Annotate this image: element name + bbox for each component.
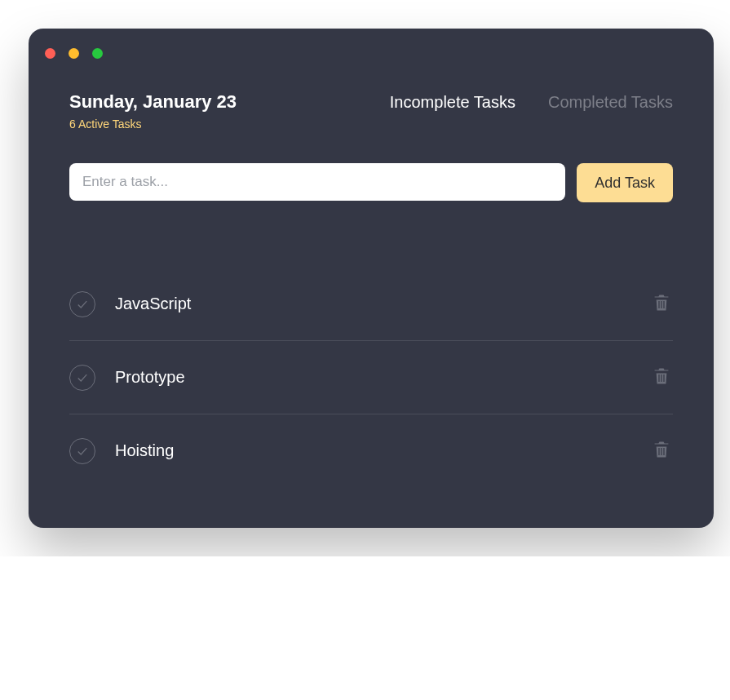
trash-icon: [653, 441, 670, 459]
task-row: JavaScript: [69, 268, 673, 341]
delete-task-button[interactable]: [650, 290, 673, 317]
check-icon: [77, 299, 88, 310]
check-icon: [77, 445, 88, 457]
task-label: Hoisting: [115, 441, 650, 460]
trash-icon: [653, 294, 670, 312]
minimize-window-button[interactable]: [69, 48, 79, 59]
header-left: Sunday, January 23 6 Active Tasks: [69, 91, 237, 131]
task-input[interactable]: [69, 163, 565, 201]
task-list: JavaScript Prototype Hoisting: [69, 268, 673, 487]
window-controls: [45, 48, 673, 59]
header: Sunday, January 23 6 Active Tasks Incomp…: [69, 91, 673, 131]
task-checkbox[interactable]: [69, 438, 95, 464]
check-icon: [77, 372, 88, 383]
active-tasks-count: 6 Active Tasks: [69, 117, 237, 131]
tabs: Incomplete Tasks Completed Tasks: [390, 91, 673, 112]
maximize-window-button[interactable]: [92, 48, 103, 59]
date-heading: Sunday, January 23: [69, 91, 237, 113]
tab-completed[interactable]: Completed Tasks: [548, 93, 673, 112]
task-label: Prototype: [115, 368, 650, 387]
delete-task-button[interactable]: [650, 364, 673, 391]
delete-task-button[interactable]: [650, 437, 673, 464]
app-window: Sunday, January 23 6 Active Tasks Incomp…: [29, 29, 714, 528]
trash-icon: [653, 367, 670, 385]
close-window-button[interactable]: [45, 48, 55, 59]
task-checkbox[interactable]: [69, 365, 95, 391]
task-input-row: Add Task: [69, 163, 673, 202]
task-label: JavaScript: [115, 295, 650, 313]
task-row: Hoisting: [69, 414, 673, 487]
task-checkbox[interactable]: [69, 291, 95, 317]
add-task-button[interactable]: Add Task: [577, 163, 673, 202]
tab-incomplete[interactable]: Incomplete Tasks: [390, 93, 515, 112]
task-row: Prototype: [69, 341, 673, 414]
